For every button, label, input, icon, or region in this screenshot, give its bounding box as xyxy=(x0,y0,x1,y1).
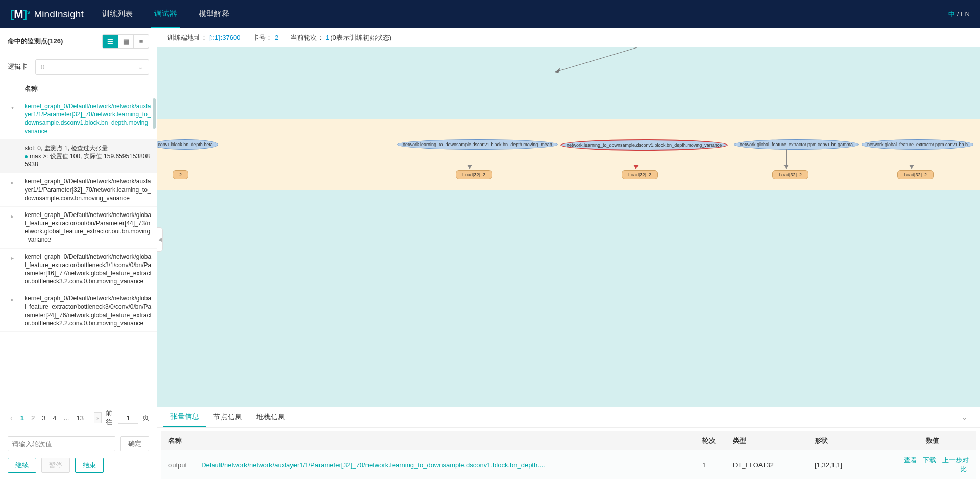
lang-toggle[interactable]: 中 / EN xyxy=(948,10,970,19)
page-number[interactable]: 3 xyxy=(41,413,46,423)
watchpoint-item[interactable]: ▸kernel_graph_0/Default/network/network/… xyxy=(0,207,157,249)
nav-explain[interactable]: 模型解释 xyxy=(195,0,232,28)
pause-button[interactable]: 暂停 xyxy=(41,458,70,473)
load-node[interactable]: Load[32]_2 xyxy=(772,170,808,179)
page-number[interactable]: ... xyxy=(63,413,70,423)
watchpoint-slot[interactable]: slot: 0, 监测点 1, 检查过大张量max >: 设置值 100, 实际… xyxy=(0,140,157,174)
graph-node[interactable]: network.global_feature_extractor.ppm.con… xyxy=(734,139,859,150)
page-number[interactable]: 13 xyxy=(75,413,84,423)
page-prev-icon[interactable]: ‹ xyxy=(8,412,15,423)
page-goto-input[interactable] xyxy=(118,412,138,424)
nav-debugger[interactable]: 调试器 xyxy=(151,0,180,28)
view-mode-list-icon[interactable]: ☰ xyxy=(103,35,118,48)
info-bar: 训练端地址：[::1]:37600 卡号：2 当前轮次：1(0表示训练初始状态) xyxy=(157,28,980,47)
logic-card-label: 逻辑卡 xyxy=(8,62,28,71)
watchpoint-item[interactable]: ▸kernel_graph_0/Default/network/network/… xyxy=(0,249,157,291)
watchpoint-item[interactable]: ▾kernel_graph_0/Default/network/network/… xyxy=(0,98,157,140)
sidebar-title: 命中的监测点(126) xyxy=(8,37,63,46)
nav-trainlist[interactable]: 训练列表 xyxy=(99,0,136,28)
svg-line-0 xyxy=(555,47,637,72)
sidebar-collapse-handle[interactable]: ◀ xyxy=(157,227,163,252)
brand-text: MindInsight xyxy=(34,9,84,20)
view-mode-grid-icon[interactable]: ▦ xyxy=(118,35,133,48)
graph-node-selected[interactable]: network.learning_to_downsample.dsconv1.b… xyxy=(560,139,728,151)
download-link[interactable]: 下载 xyxy=(923,456,936,464)
list-header-name: 名称 xyxy=(0,80,157,98)
status-dot-icon xyxy=(24,155,28,158)
tab-stack[interactable]: 堆栈信息 xyxy=(249,408,292,427)
chevron-down-icon: ⌄ xyxy=(138,63,143,71)
page-number[interactable]: 2 xyxy=(30,413,36,423)
confirm-button[interactable]: 确定 xyxy=(120,436,149,451)
step-input[interactable] xyxy=(8,436,115,451)
page-next-icon[interactable]: › xyxy=(94,412,102,423)
continue-button[interactable]: 继续 xyxy=(8,458,36,473)
watchpoint-list[interactable]: ▾kernel_graph_0/Default/network/network/… xyxy=(0,98,157,403)
view-mode-group: ☰ ▦ ≡ xyxy=(102,34,149,49)
pager: ‹ 1234...13 › 前往 页 xyxy=(0,403,157,432)
expand-caret-icon[interactable]: ▸ xyxy=(11,255,14,262)
view-link[interactable]: 查看 xyxy=(904,456,917,464)
logic-card-select[interactable]: 0 ⌄ xyxy=(35,59,149,75)
view-mode-lines-icon[interactable]: ≡ xyxy=(133,35,149,48)
top-nav: 训练列表 调试器 模型解释 xyxy=(99,0,232,28)
app-header: [M]s MindInsight 训练列表 调试器 模型解释 中 / EN xyxy=(0,0,980,28)
logo: [M]s MindInsight xyxy=(10,8,84,21)
tab-node[interactable]: 节点信息 xyxy=(206,408,249,427)
expand-caret-icon[interactable]: ▸ xyxy=(11,179,14,186)
watchpoint-item[interactable]: ▸kernel_graph_0/Default/network/network/… xyxy=(0,290,157,332)
graph-canvas[interactable]: ◀ conv1.block.bn_depth.beta 2 network.le… xyxy=(157,47,980,407)
panel-collapse-icon[interactable]: ⌄ xyxy=(955,413,974,421)
load-node[interactable]: Load[32]_2 xyxy=(456,170,492,179)
compare-link[interactable]: 上一步对比 xyxy=(942,456,969,473)
tab-tensor[interactable]: 张量信息 xyxy=(163,407,206,427)
graph-node[interactable]: network.global_feature_extractor.ppm.con… xyxy=(862,139,973,150)
tensor-path-link[interactable]: Default/network/network/auxlayer1/1/Para… xyxy=(194,450,695,479)
page-number[interactable]: 4 xyxy=(52,413,57,423)
graph-node[interactable]: network.learning_to_downsample.dsconv1.b… xyxy=(397,139,558,150)
expand-caret-icon[interactable]: ▸ xyxy=(11,296,14,303)
load-node[interactable]: Load[32]_2 xyxy=(622,170,658,179)
expand-caret-icon[interactable]: ▸ xyxy=(11,213,14,220)
end-button[interactable]: 结束 xyxy=(75,458,104,473)
graph-node[interactable]: conv1.block.bn_depth.beta xyxy=(157,139,218,150)
load-node-cut[interactable]: 2 xyxy=(173,170,188,179)
load-node[interactable]: Load[32]_2 xyxy=(897,170,934,179)
content: 训练端地址：[::1]:37600 卡号：2 当前轮次：1(0表示训练初始状态)… xyxy=(157,28,980,479)
tensor-table: 名称 轮次 类型 形状 数值 output Default/network/ne… xyxy=(161,431,976,479)
watchpoint-item[interactable]: ▸kernel_graph_0/Default/network/network/… xyxy=(0,173,157,207)
detail-tabs: 张量信息 节点信息 堆栈信息 ⌄ xyxy=(157,407,980,428)
sidebar: 命中的监测点(126) ☰ ▦ ≡ 逻辑卡 0 ⌄ 名称 ▾kernel_gra… xyxy=(0,28,157,479)
table-row: output Default/network/network/auxlayer1… xyxy=(161,450,976,479)
page-number[interactable]: 1 xyxy=(19,413,25,423)
graph-band xyxy=(157,119,980,190)
expand-caret-icon[interactable]: ▾ xyxy=(11,104,14,111)
